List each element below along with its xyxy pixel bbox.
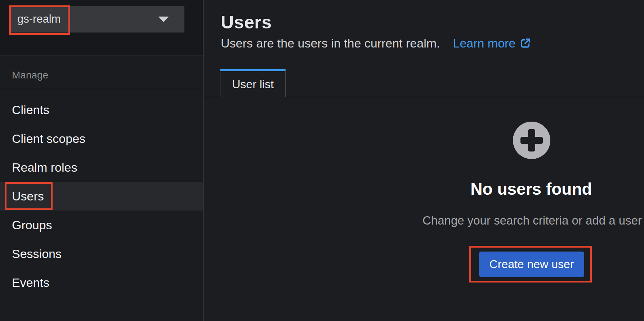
realm-selector-section: gs-realm	[0, 0, 203, 55]
sidebar-item-events[interactable]: Events	[0, 268, 203, 297]
plus-circle-icon	[513, 122, 550, 159]
empty-state-heading: No users found	[423, 180, 639, 198]
page-subtitle-row: Users are the users in the current realm…	[221, 36, 531, 50]
realm-selector-value: gs-realm	[17, 13, 61, 26]
sidebar-section-label: Manage	[12, 70, 48, 80]
tab-user-list[interactable]: User list	[220, 69, 286, 97]
external-link-icon	[520, 37, 531, 49]
page-subtitle: Users are the users in the current realm…	[221, 36, 440, 50]
sidebar-divider	[0, 89, 203, 89]
empty-state-description: Change your search criteria or add a use…	[422, 214, 641, 227]
learn-more-label: Learn more	[453, 36, 515, 50]
keycloak-admin-console: gs-realm Manage Clients Client scopes Re…	[0, 0, 644, 321]
sidebar-nav: Clients Client scopes Realm roles Users …	[0, 95, 203, 297]
create-new-user-button-label: Create new user	[489, 258, 574, 271]
learn-more-link[interactable]: Learn more	[453, 36, 531, 50]
sidebar-item-client-scopes[interactable]: Client scopes	[0, 124, 203, 153]
realm-selector-dropdown[interactable]: gs-realm	[10, 6, 184, 32]
create-new-user-button[interactable]: Create new user	[479, 252, 584, 277]
sidebar-item-sessions[interactable]: Sessions	[0, 239, 203, 268]
tab-user-list-label: User list	[232, 78, 274, 91]
sidebar: gs-realm Manage Clients Client scopes Re…	[0, 0, 204, 321]
page-title: Users	[221, 13, 272, 32]
sidebar-item-realm-roles[interactable]: Realm roles	[0, 153, 203, 182]
caret-down-icon	[158, 17, 169, 22]
sidebar-item-groups[interactable]: Groups	[0, 211, 203, 239]
sidebar-item-users[interactable]: Users	[0, 182, 203, 211]
sidebar-item-clients[interactable]: Clients	[0, 95, 203, 124]
